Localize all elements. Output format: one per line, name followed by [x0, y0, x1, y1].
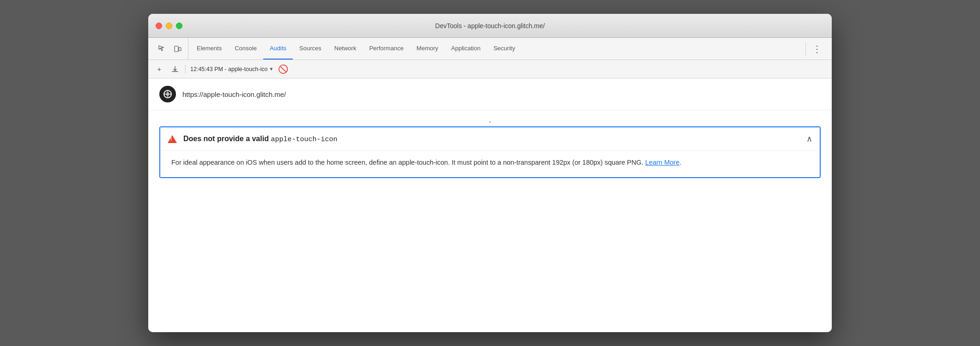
tabs-bar: Elements Console Audits Sources Network … — [148, 38, 832, 60]
tabs-end: ⋮ — [802, 38, 828, 60]
dot-separator: • — [159, 118, 821, 126]
toolbar-separator — [185, 65, 186, 74]
download-button[interactable] — [169, 64, 181, 75]
tab-application[interactable]: Application — [445, 38, 487, 60]
expand-icon[interactable]: ∧ — [806, 134, 812, 144]
warning-box: Does not provide a valid apple-touch-ico… — [159, 126, 821, 178]
audit-content: • Does not provide a valid apple-touch-i… — [148, 110, 832, 185]
maximize-button[interactable] — [176, 23, 182, 29]
svg-rect-1 — [179, 48, 181, 51]
devtools-window: DevTools - apple-touch-icon.glitch.me/ E… — [148, 14, 832, 332]
audit-selector[interactable]: 12:45:43 PM - apple-touch-ico ▼ — [190, 66, 273, 72]
tab-sources[interactable]: Sources — [293, 38, 328, 60]
inspect-element-icon[interactable] — [156, 42, 169, 55]
window-title: DevTools - apple-touch-icon.glitch.me/ — [435, 22, 544, 30]
warning-title: Does not provide a valid apple-touch-ico… — [183, 135, 801, 143]
learn-more-link[interactable]: Learn More — [645, 159, 679, 166]
url-section: https://apple-touch-icon.glitch.me/ — [148, 78, 832, 110]
tab-network[interactable]: Network — [328, 38, 363, 60]
more-tabs-button[interactable]: ⋮ — [810, 42, 824, 56]
clear-button[interactable]: 🚫 — [278, 64, 288, 74]
devtools-toolbar-icons — [152, 38, 188, 60]
svg-rect-0 — [175, 46, 178, 52]
tab-console[interactable]: Console — [228, 38, 263, 60]
site-icon — [159, 86, 176, 102]
tab-audits[interactable]: Audits — [263, 38, 293, 60]
device-toolbar-icon[interactable] — [171, 42, 184, 55]
warning-header[interactable]: Does not provide a valid apple-touch-ico… — [160, 127, 820, 150]
traffic-lights — [156, 23, 182, 29]
add-audit-button[interactable]: + — [154, 64, 165, 75]
minimize-button[interactable] — [166, 23, 172, 29]
site-url: https://apple-touch-icon.glitch.me/ — [182, 90, 286, 98]
audit-toolbar: + 12:45:43 PM - apple-touch-ico ▼ 🚫 — [148, 60, 832, 78]
close-button[interactable] — [156, 23, 162, 29]
warning-description: For ideal appearance on iOS when users a… — [171, 157, 809, 168]
warning-triangle-icon — [168, 135, 177, 143]
tab-memory[interactable]: Memory — [410, 38, 445, 60]
tab-divider — [805, 42, 806, 55]
main-content: https://apple-touch-icon.glitch.me/ • Do… — [148, 78, 832, 332]
warning-body: For ideal appearance on iOS when users a… — [160, 150, 820, 177]
tab-elements[interactable]: Elements — [190, 38, 228, 60]
title-bar: DevTools - apple-touch-icon.glitch.me/ — [148, 14, 832, 38]
tab-security[interactable]: Security — [487, 38, 521, 60]
tab-performance[interactable]: Performance — [363, 38, 410, 60]
